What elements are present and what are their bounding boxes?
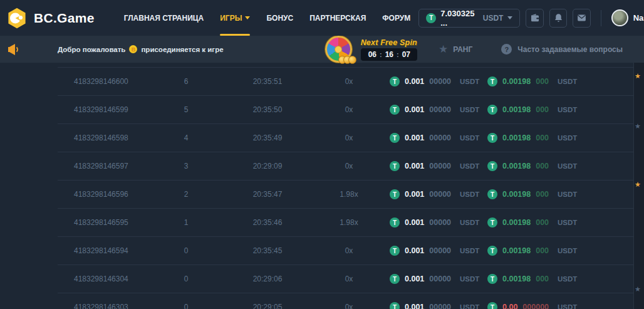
round-cell: 3: [152, 162, 221, 170]
payout-amount-value-zeros: 000: [536, 134, 549, 142]
bet-amount-currency: USDT: [460, 162, 479, 170]
table-row[interactable]: 4183298146595120:35:461.98xT0.00100000US…: [58, 208, 634, 236]
payout-amount-group: T0.00198000USDT: [487, 105, 634, 115]
balance-selector[interactable]: T 7.030325 ... USDT: [418, 9, 520, 28]
tether-icon: T: [487, 189, 497, 199]
payout-amount-currency: USDT: [558, 219, 577, 226]
bet-amount-group: T0.00100000USDT: [390, 189, 481, 199]
bet-amount-group: T0.00100000USDT: [390, 133, 481, 143]
notifications-button[interactable]: [549, 9, 567, 28]
round-cell: 6: [152, 77, 221, 86]
bet-id-cell: 4183298146303: [58, 303, 152, 309]
timer-seconds: 07: [401, 50, 412, 60]
bet-id-cell: 4183298146595: [58, 218, 152, 227]
star-icon: ★: [439, 44, 448, 55]
table-row[interactable]: 4183298146597320:29:090xT0.00100000USDTT…: [58, 152, 634, 180]
nav-item-affiliate[interactable]: ПАРТНЕРСКАЯ: [301, 0, 374, 36]
coin-icon: B: [129, 45, 137, 53]
tether-icon: T: [487, 133, 497, 143]
payout-amount-currency: USDT: [558, 162, 577, 170]
bet-id-cell: 4183298146304: [58, 275, 152, 283]
bet-amount-value-zeros: 00000: [429, 77, 451, 86]
time-cell: 20:35:46: [221, 218, 314, 227]
bet-amount-value-zeros: 00000: [429, 303, 451, 309]
table-row[interactable]: 4183298146304020:29:060xT0.00100000USDTT…: [58, 264, 634, 293]
bet-amount-group: T0.00100000USDT: [390, 274, 481, 284]
brand-name: BC.Game: [34, 11, 95, 26]
multiplier-cell: 0x: [314, 77, 383, 86]
tether-icon: T: [487, 161, 497, 171]
tether-icon: T: [390, 105, 400, 115]
round-cell: 2: [152, 190, 221, 199]
table-row[interactable]: 4183298146596220:35:471.98xT0.00100000US…: [58, 180, 634, 208]
tether-icon: T: [487, 274, 497, 284]
spin-timer: 06 : 16 : 07: [361, 48, 417, 61]
rank-link[interactable]: ★ РАНГ: [439, 44, 472, 55]
payout-amount-group: T0.00198000USDT: [487, 161, 634, 171]
faq-link[interactable]: ? Часто задаваемые вопросы: [501, 44, 623, 55]
nav-item-games[interactable]: ИГРЫ: [212, 0, 258, 36]
payout-amount-group: T0.00198000USDT: [487, 76, 634, 86]
user-menu[interactable]: Nashka: [611, 9, 644, 26]
nav-item-forum[interactable]: ФОРУМ: [374, 0, 418, 36]
username: Nashka: [633, 13, 644, 23]
chat-panel-edge[interactable]: ★★★★: [633, 63, 644, 309]
balance-currency: USDT: [483, 14, 504, 23]
payout-amount: T0.00198000USDT: [481, 105, 634, 115]
payout-amount-group: T0.00198000USDT: [487, 217, 634, 228]
header-right: T 7.030325 ... USDT: [418, 9, 644, 28]
spin-info: Next Free Spin 06 : 16 : 07: [361, 38, 417, 61]
table-row[interactable]: 4183298146600620:35:510xT0.00100000USDTT…: [58, 67, 634, 95]
spin-title: Next Free Spin: [361, 38, 417, 47]
round-cell: 1: [152, 218, 221, 227]
brand-logo[interactable]: BC.Game: [6, 8, 95, 29]
table-row[interactable]: 4183298146303020:29:050xT0.00100000USDTT…: [58, 293, 634, 309]
avatar: [611, 9, 628, 26]
payout-amount: T0.00198000USDT: [481, 76, 634, 86]
bet-amount-currency: USDT: [460, 303, 479, 309]
payout-amount-value-zeros: 000: [536, 246, 549, 255]
tether-icon: T: [487, 246, 497, 256]
payout-amount-group: T0.00198000USDT: [487, 189, 634, 199]
multiplier-cell: 1.98x: [314, 218, 383, 227]
wallet-button[interactable]: [526, 9, 543, 28]
table-row[interactable]: 4183298146594020:35:450xT0.00100000USDTT…: [58, 236, 634, 264]
bet-amount-value: 0.001: [405, 246, 424, 255]
payout-amount: T0.00198000USDT: [481, 133, 634, 143]
round-cell: 0: [152, 246, 221, 255]
bet-amount: T0.00100000USDT: [383, 161, 481, 171]
nav-item-label: ФОРУМ: [382, 14, 410, 23]
bet-amount-group: T0.00100000USDT: [390, 76, 481, 86]
multiplier-cell: 1.98x: [314, 190, 383, 199]
bet-amount-group: T0.00100000USDT: [390, 246, 481, 256]
bet-id-cell: 4183298146597: [58, 162, 152, 170]
payout-amount-currency: USDT: [558, 247, 577, 254]
table-row[interactable]: 4183298146598420:35:490xT0.00100000USDTT…: [58, 123, 634, 152]
time-cell: 20:35:51: [221, 77, 314, 86]
nav-item-home[interactable]: ГЛАВНАЯ СТРАНИЦА: [116, 0, 212, 36]
tether-icon: T: [487, 105, 497, 115]
messages-button[interactable]: [573, 9, 590, 28]
bet-amount-currency: USDT: [460, 219, 479, 226]
bet-amount-value: 0.001: [405, 134, 424, 142]
payout-amount-value-zeros: 000: [536, 77, 549, 86]
bet-amount: T0.00100000USDT: [383, 246, 481, 256]
announcement: Добро пожаловать B присоединяется к игре: [6, 42, 224, 57]
nav-item-bonus[interactable]: БОНУС: [258, 0, 301, 36]
payout-amount: T0.00198000USDT: [481, 274, 634, 284]
star-icon: ★: [635, 181, 641, 188]
free-spin-widget[interactable]: Next Free Spin 06 : 16 : 07: [325, 36, 417, 63]
star-icon: ★: [635, 123, 641, 130]
bet-history-table: 4183298146600620:35:510xT0.00100000USDTT…: [58, 67, 634, 309]
bet-amount-value-zeros: 00000: [429, 190, 451, 199]
time-cell: 20:29:06: [221, 275, 314, 283]
payout-amount: T0.00198000USDT: [481, 189, 634, 199]
tether-icon: T: [390, 302, 400, 309]
envelope-icon: [576, 13, 587, 23]
table-row[interactable]: 4183298146599520:35:500xT0.00100000USDTT…: [58, 95, 634, 123]
payout-amount-value: 0.00198: [502, 77, 531, 86]
bet-amount: T0.00100000USDT: [383, 217, 481, 228]
nav-item-label: ИГРЫ: [220, 14, 242, 23]
payout-amount-currency: USDT: [558, 78, 577, 85]
star-icon: ★: [635, 73, 641, 80]
